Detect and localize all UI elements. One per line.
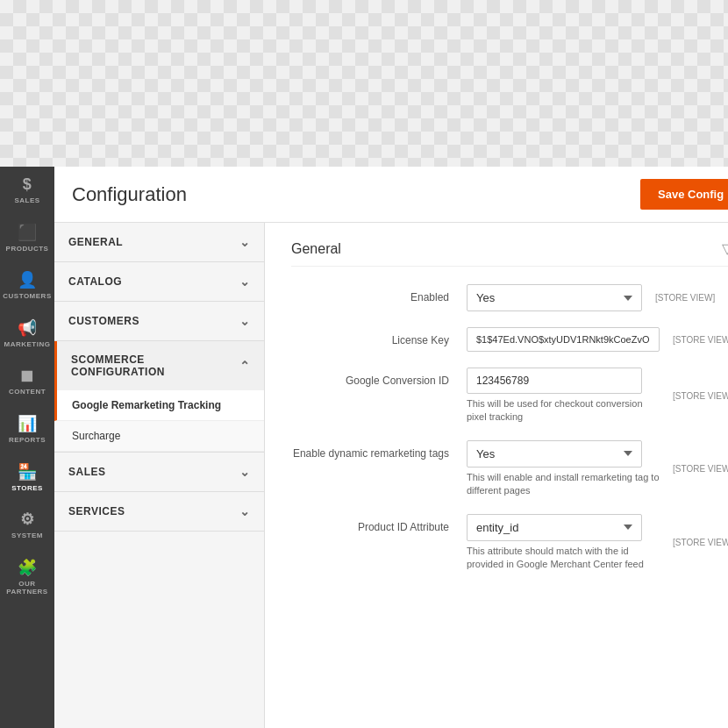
marketing-icon: 📢: [18, 318, 38, 338]
nav-section-label-scommerce: SCOMMERCE CONFIGURATION: [71, 353, 239, 378]
sidebar-label-products: PRODUCTS: [6, 245, 49, 253]
store-view-badge-google-conversion-id: [STORE VIEW]: [673, 391, 728, 401]
form-select-wrap-enabled: Yes No [STORE VIEW]: [467, 284, 728, 311]
nav-section-general: GENERAL ⌄: [54, 223, 264, 262]
stores-icon: 🏪: [18, 462, 38, 482]
sidebar-item-products[interactable]: ⬛ PRODUCTS: [0, 214, 54, 262]
page-title: Configuration: [72, 183, 187, 206]
store-view-badge-license-key: [STORE VIEW]: [673, 335, 728, 345]
nav-section-label-services: SERVICES: [68, 505, 125, 517]
form-label-google-conversion-id: Google Conversion ID: [291, 368, 467, 387]
store-view-badge-product-id-attribute: [STORE VIEW]: [673, 538, 728, 547]
sidebar-label-marketing: MARKETING: [4, 340, 51, 349]
sidebar-item-reports[interactable]: 📊 REPORTS: [0, 405, 54, 453]
dollar-icon: $: [23, 175, 32, 194]
nav-section-header-scommerce[interactable]: SCOMMERCE CONFIGURATION ⌃: [54, 341, 264, 390]
nav-section-sales: SALES ⌄: [54, 453, 264, 492]
store-view-badge-dynamic-remarketing: [STORE VIEW]: [673, 464, 728, 474]
nav-section-catalog: CATALOG ⌄: [54, 262, 264, 302]
chevron-up-icon-scommerce: ⌃: [239, 359, 251, 373]
form-row-google-conversion-id: Google Conversion ID This will be used f…: [291, 368, 728, 425]
sidebar-label-reports: REPORTS: [9, 436, 46, 445]
form-row-license-key: License Key [STORE VIEW]: [291, 327, 728, 352]
form-input-wrap-google-conversion-id: This will be used for checkout conversio…: [467, 368, 728, 425]
chevron-down-icon-customers: ⌄: [239, 314, 251, 328]
form-hint-dynamic-remarketing: This will enable and install remarketing…: [467, 471, 660, 498]
left-nav: GENERAL ⌄ CATALOG ⌄ CUSTOMERS ⌄: [54, 223, 265, 728]
form-row-enabled: Enabled Yes No [STORE VIEW]: [291, 284, 728, 311]
content-icon: ◼: [20, 366, 34, 385]
nav-section-header-catalog[interactable]: CATALOG ⌄: [54, 262, 264, 301]
products-icon: ⬛: [18, 223, 38, 242]
form-hint-product-id-attribute: This attribute should match with the id …: [467, 545, 660, 572]
nav-section-services: SERVICES ⌄: [54, 492, 264, 532]
nav-section-label-general: GENERAL: [68, 236, 123, 248]
form-row-dynamic-remarketing: Enable dynamic remarketing tags Yes No T…: [291, 440, 728, 498]
nav-sub-label-surcharge: Surcharge: [72, 430, 120, 442]
form-label-enabled: Enabled: [291, 284, 467, 303]
nav-section-scommerce: SCOMMERCE CONFIGURATION ⌃ Google Remarke…: [54, 341, 264, 453]
sidebar-label-partners: OUR PARTNERS: [4, 580, 51, 596]
form-input-wrap-license-key: [STORE VIEW]: [467, 327, 728, 352]
nav-section-header-general[interactable]: GENERAL ⌄: [54, 223, 264, 261]
form-select-wrap-product-id-attribute: entity_id sku This attribute should matc…: [467, 514, 728, 572]
nav-section-customers: CUSTOMERS ⌄: [54, 302, 264, 341]
person-icon: 👤: [18, 270, 38, 289]
sidebar-label-sales: SALES: [14, 196, 39, 205]
chevron-down-icon-sales: ⌄: [239, 465, 251, 479]
section-title: General: [291, 241, 341, 257]
sidebar-label-customers: CUSTOMERS: [3, 292, 51, 301]
page-header: Configuration Save Config: [54, 167, 728, 223]
sidebar-item-stores[interactable]: 🏪 STORES: [0, 453, 54, 502]
nav-section-label-sales: SALES: [68, 466, 106, 478]
product-id-attribute-select[interactable]: entity_id sku: [467, 514, 642, 541]
nav-section-header-services[interactable]: SERVICES ⌄: [54, 492, 264, 531]
gear-icon: ⚙: [20, 510, 35, 529]
form-control-product-id-attribute: entity_id sku This attribute should matc…: [467, 514, 728, 572]
main-content: Configuration Save Config GENERAL ⌄ CATA…: [54, 167, 728, 728]
section-title-bar: General ▽: [291, 240, 728, 267]
sidebar-item-partners[interactable]: 🧩 OUR PARTNERS: [0, 549, 54, 605]
nav-sub-item-surcharge[interactable]: Surcharge: [54, 421, 264, 452]
sidebar-item-marketing[interactable]: 📢 MARKETING: [0, 310, 54, 358]
form-select-wrap-dynamic-remarketing: Yes No This will enable and install rema…: [467, 440, 728, 498]
enabled-select[interactable]: Yes No: [467, 284, 642, 311]
form-control-google-conversion-id: This will be used for checkout conversio…: [467, 368, 728, 425]
checkerboard-background: [0, 0, 728, 167]
chevron-down-icon: ⌄: [239, 235, 251, 249]
sidebar-item-system[interactable]: ⚙ SYSTEM: [0, 501, 54, 549]
form-label-dynamic-remarketing: Enable dynamic remarketing tags: [291, 440, 467, 460]
save-config-button[interactable]: Save Config: [640, 179, 728, 210]
sidebar-item-sales[interactable]: $ SALES: [0, 167, 54, 214]
dynamic-remarketing-select[interactable]: Yes No: [467, 440, 642, 467]
form-label-license-key: License Key: [291, 327, 467, 346]
reports-icon: 📊: [18, 414, 38, 433]
nav-section-label-catalog: CATALOG: [68, 275, 122, 288]
chevron-down-icon-catalog: ⌄: [239, 275, 251, 289]
sidebar-label-stores: STORES: [11, 484, 43, 493]
form-row-product-id-attribute: Product ID Attribute entity_id sku This …: [291, 514, 728, 572]
nav-sub-label-google-remarketing: Google Remarketing Tracking: [72, 399, 221, 411]
google-conversion-id-input[interactable]: [467, 368, 642, 394]
store-view-badge-enabled: [STORE VIEW]: [655, 293, 715, 303]
sidebar: $ SALES ⬛ PRODUCTS 👤 CUSTOMERS 📢 MARKETI…: [0, 167, 54, 728]
form-hint-google-conversion-id: This will be used for checkout conversio…: [467, 397, 660, 425]
nav-sub-item-google-remarketing[interactable]: Google Remarketing Tracking: [54, 390, 264, 421]
chevron-down-icon-services: ⌄: [239, 504, 251, 518]
form-control-license-key: [STORE VIEW]: [467, 327, 728, 352]
license-key-input[interactable]: [467, 327, 660, 352]
sidebar-item-content[interactable]: ◼ CONTENT: [0, 357, 54, 405]
nav-section-header-sales[interactable]: SALES ⌄: [54, 453, 264, 491]
sidebar-item-customers[interactable]: 👤 CUSTOMERS: [0, 261, 54, 310]
sidebar-label-system: SYSTEM: [11, 532, 43, 540]
content-layout: GENERAL ⌄ CATALOG ⌄ CUSTOMERS ⌄: [54, 223, 728, 728]
form-control-enabled: Yes No [STORE VIEW]: [467, 284, 728, 311]
nav-section-label-customers: CUSTOMERS: [68, 315, 139, 327]
form-label-product-id-attribute: Product ID Attribute: [291, 514, 467, 533]
nav-section-header-customers[interactable]: CUSTOMERS ⌄: [54, 302, 264, 340]
sidebar-label-content: CONTENT: [9, 388, 46, 396]
partners-icon: 🧩: [18, 558, 38, 577]
collapse-icon[interactable]: ▽: [722, 240, 728, 257]
form-control-dynamic-remarketing: Yes No This will enable and install rema…: [467, 440, 728, 498]
form-panel: General ▽ Enabled Yes No [STORE VIEW]: [265, 223, 728, 728]
